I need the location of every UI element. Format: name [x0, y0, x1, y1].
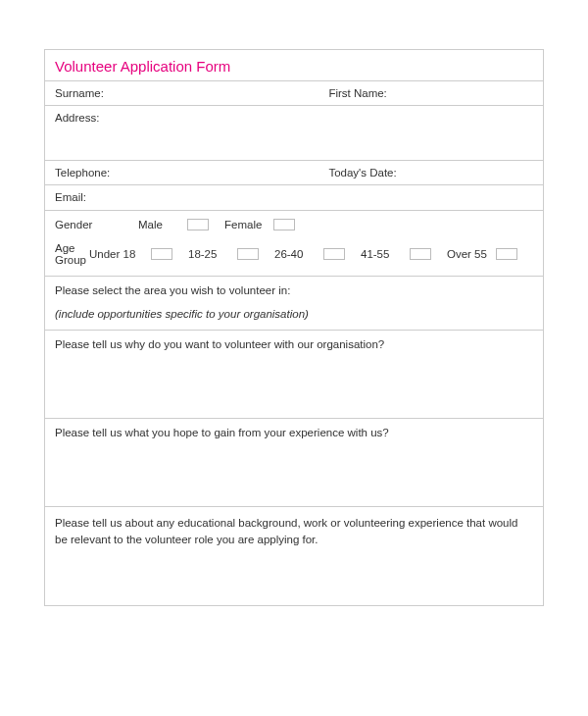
row-demographics: Gender Male Female Age Group Under 18 18… [45, 211, 543, 277]
gender-male-text: Male [138, 219, 179, 230]
area-instruction: (include opportunities specific to your … [55, 308, 533, 320]
gender-male-checkbox[interactable] [187, 219, 209, 230]
volunteer-application-form: Volunteer Application Form Surname: Firs… [44, 49, 544, 606]
agegroup-option-1: 18-25 [188, 248, 259, 260]
todaysdate-field[interactable]: Today's Date: [318, 161, 543, 184]
agegroup-option-2: 26-40 [274, 248, 345, 260]
background-question: Please tell us about any educational bac… [55, 515, 533, 549]
agegroup-option-4: Over 55 [447, 248, 517, 260]
row-background[interactable]: Please tell us about any educational bac… [45, 507, 543, 605]
row-address: Address: [45, 106, 543, 161]
telephone-field[interactable]: Telephone: [45, 161, 318, 184]
agegroup-0-checkbox[interactable] [151, 248, 172, 260]
gender-female-checkbox[interactable] [273, 219, 295, 230]
row-why[interactable]: Please tell us why do you want to volunt… [45, 331, 543, 419]
agegroup-2-checkbox[interactable] [323, 248, 345, 260]
why-question: Please tell us why do you want to volunt… [55, 338, 533, 350]
form-title: Volunteer Application Form [45, 50, 543, 81]
gender-female-text: Female [224, 219, 266, 230]
area-question: Please select the area you wish to volun… [55, 284, 533, 296]
gender-option-female: Female [224, 219, 295, 230]
row-contact: Telephone: Today's Date: [45, 161, 543, 185]
gender-label: Gender [55, 219, 138, 230]
agegroup-option-3: 41-55 [361, 248, 431, 260]
surname-field[interactable]: Surname: [45, 81, 318, 105]
agegroup-3-checkbox[interactable] [410, 248, 431, 260]
row-area: Please select the area you wish to volun… [45, 277, 543, 331]
address-field[interactable]: Address: [45, 106, 543, 160]
firstname-field[interactable]: First Name: [318, 81, 543, 105]
email-field[interactable]: Email: [45, 185, 543, 210]
row-name: Surname: First Name: [45, 81, 543, 106]
agegroup-4-text: Over 55 [447, 248, 488, 260]
agegroup-option-0: Under 18 [89, 248, 172, 260]
agegroup-1-checkbox[interactable] [237, 248, 259, 260]
row-email: Email: [45, 185, 543, 211]
agegroup-line: Age Group Under 18 18-25 26-40 41-55 Ove… [55, 242, 533, 266]
row-gain[interactable]: Please tell us what you hope to gain fro… [45, 419, 543, 507]
gain-question: Please tell us what you hope to gain fro… [55, 427, 533, 438]
agegroup-1-text: 18-25 [188, 248, 229, 260]
gender-line: Gender Male Female [55, 219, 533, 230]
agegroup-4-checkbox[interactable] [496, 248, 517, 260]
agegroup-label: Age Group [55, 242, 89, 266]
agegroup-3-text: 41-55 [361, 248, 402, 260]
agegroup-2-text: 26-40 [274, 248, 316, 260]
gender-option-male: Male [138, 219, 209, 230]
agegroup-0-text: Under 18 [89, 248, 143, 260]
